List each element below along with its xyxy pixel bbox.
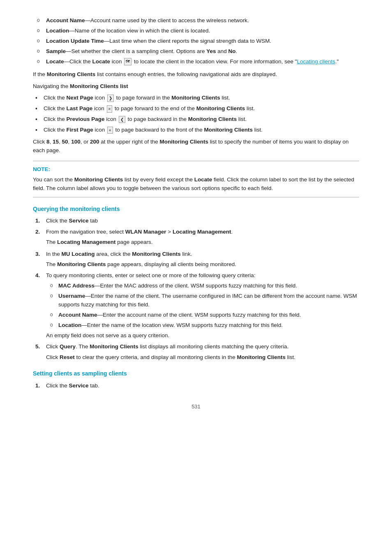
empty-field-note: An empty field does not serve as a query… — [46, 331, 359, 340]
criteria-account-name: Account Name—Enter the account name of t… — [46, 311, 359, 320]
monitoring-clients-bold-7: Monitoring Clients — [74, 176, 123, 183]
locate-icon: 🗺 — [124, 58, 131, 65]
num-100: 100 — [71, 139, 81, 145]
querying-step-2: 2. From the navigation tree, select WLAN… — [33, 228, 359, 247]
nav-next-page: Click the Next Page icon ❯ to page forwa… — [33, 94, 359, 102]
num-15: 15 — [53, 139, 59, 145]
monitoring-clients-link-bold: Monitoring Clients — [132, 251, 181, 257]
monitoring-clients-list-bold: Monitoring Clients list — [70, 83, 128, 89]
nav-numbers-para: Click 8, 15, 50, 100, or 200 at the uppe… — [33, 138, 359, 155]
monitoring-clients-bold-4: Monitoring Clients — [188, 116, 237, 122]
query-criteria-list: MAC Address—Enter the MAC address of the… — [46, 282, 359, 330]
nav-dot-list: Click the Next Page icon ❯ to page forwa… — [33, 94, 359, 134]
location-update-time-text: —Last time when the client reports the s… — [104, 38, 271, 44]
num-200: 200 — [90, 139, 99, 145]
location-text: —Name of the location view in which the … — [69, 28, 210, 34]
locate-bold: Locate — [92, 58, 111, 65]
bullet-locate: Locate—Click the Locate icon 🗺 to locate… — [33, 58, 359, 66]
criteria-mac: MAC Address—Enter the MAC address of the… — [46, 282, 359, 290]
step2-sub: The Locating Management page appears. — [46, 238, 359, 247]
next-page-label: Next Page — [67, 95, 93, 101]
note-box: NOTE: You can sort the Monitoring Client… — [33, 161, 359, 197]
monitoring-clients-bold-1: Monitoring Clients — [47, 71, 96, 77]
step-num-3: 3. — [35, 250, 40, 259]
step5-sub: Click Reset to clear the query criteria,… — [46, 353, 359, 362]
wlan-manager-bold: WLAN Manager — [125, 229, 166, 235]
reset-bold: Reset — [60, 354, 75, 360]
account-name-label: Account Name — [46, 17, 85, 23]
account-name-text: —Account name used by the client to acce… — [85, 17, 249, 23]
monitoring-clients-bold-3: Monitoring Clients — [196, 105, 245, 111]
step-num-2: 2. — [35, 228, 40, 236]
bullet-location: Location—Name of the location view in wh… — [33, 27, 359, 35]
bullet-location-update-time: Location Update Time—Last time when the … — [33, 37, 359, 46]
monitoring-clients-bold-6: Monitoring Clients — [160, 139, 209, 145]
nav-previous-page: Click the Previous Page icon ❮ to page b… — [33, 115, 359, 124]
page-content: Account Name—Account name used by the cl… — [33, 16, 359, 411]
locating-mgmt-bold-2: Locating Management — [57, 239, 116, 245]
account-name-label-2: Account Name — [58, 312, 97, 318]
step-num-4: 4. — [35, 271, 40, 280]
criteria-location: Location—Enter the name of the location … — [46, 321, 359, 330]
page-number: 531 — [33, 403, 359, 411]
num-8: 8 — [46, 139, 50, 145]
sampling-heading: Setting clients as sampling clients — [33, 369, 359, 378]
sample-yes: Yes — [206, 48, 216, 54]
location-update-time-label: Location Update Time — [46, 38, 104, 44]
service-tab-bold-2: Service — [69, 382, 89, 389]
sampling-step-num-1: 1. — [35, 382, 40, 390]
sampling-steps-list: 1. Click the Service tab. — [33, 382, 359, 390]
locate-bold-note: Locate — [194, 176, 212, 183]
sample-text: —Set whether the client is a sampling cl… — [66, 48, 237, 54]
username-label: Username — [58, 293, 85, 299]
locate-label: Locate — [46, 58, 64, 65]
query-bold: Query — [60, 343, 76, 350]
querying-step-3: 3. In the MU Locating area, click the Mo… — [33, 250, 359, 269]
criteria-username: Username—Enter the name of the client. T… — [46, 292, 359, 309]
last-page-label: Last Page — [67, 105, 93, 111]
querying-steps-list: 1. Click the Service tab 2. From the nav… — [33, 217, 359, 362]
nav-first-page: Click the First Page icon « to page back… — [33, 126, 359, 134]
first-page-icon: « — [107, 127, 113, 134]
field-bullet-list: Account Name—Account name used by the cl… — [33, 16, 359, 66]
monitoring-clients-bold-9: Monitoring Clients — [90, 343, 138, 350]
monitoring-clients-bold-10: Monitoring Clients — [237, 354, 286, 360]
sampling-step-1: 1. Click the Service tab. — [33, 382, 359, 390]
nav-heading: Navigating the Monitoring Clients list — [33, 82, 359, 91]
locate-text: —Click the Locate icon 🗺 to locate the c… — [64, 58, 339, 65]
location-label-2: Location — [58, 322, 81, 328]
note-text: You can sort the Monitoring Clients list… — [33, 176, 359, 193]
querying-heading: Querying the monitoring clients — [33, 205, 359, 214]
locating-clients-link[interactable]: Locating clients — [297, 58, 335, 65]
monitoring-clients-bold-5: Monitoring Clients — [204, 127, 253, 133]
mac-address-label: MAC Address — [58, 283, 95, 289]
bullet-sample: Sample—Set whether the client is a sampl… — [33, 47, 359, 56]
monitoring-clients-bold-8: Monitoring Clients — [57, 261, 106, 267]
sample-label: Sample — [46, 48, 66, 54]
service-tab-bold-1: Service — [69, 218, 89, 224]
num-50: 50 — [62, 139, 68, 145]
locating-mgmt-bold: Locating Management — [173, 229, 231, 235]
location-label: Location — [46, 28, 69, 34]
step-num-1: 1. — [35, 217, 40, 225]
nav-intro: If the Monitoring Clients list contains … — [33, 70, 359, 79]
first-page-label: First Page — [67, 127, 93, 133]
bullet-account-name: Account Name—Account name used by the cl… — [33, 16, 359, 25]
last-page-icon: » — [107, 105, 113, 113]
previous-page-label: Previous Page — [67, 116, 105, 122]
previous-page-icon: ❮ — [119, 116, 125, 123]
querying-step-1: 1. Click the Service tab — [33, 217, 359, 225]
querying-step-4: 4. To query monitoring clients, enter or… — [33, 271, 359, 340]
note-label: NOTE: — [33, 165, 359, 174]
sample-no: No — [228, 48, 236, 54]
querying-step-5: 5. Click Query. The Monitoring Clients l… — [33, 343, 359, 362]
next-page-icon: ❯ — [107, 95, 114, 102]
mu-locating-bold: MU Locating — [62, 251, 95, 257]
monitoring-clients-bold-2: Monitoring Clients — [171, 95, 220, 101]
nav-last-page: Click the Last Page icon » to page forwa… — [33, 104, 359, 113]
step3-sub: The Monitoring Clients page appears, dis… — [46, 260, 359, 269]
step-num-5: 5. — [35, 343, 40, 351]
